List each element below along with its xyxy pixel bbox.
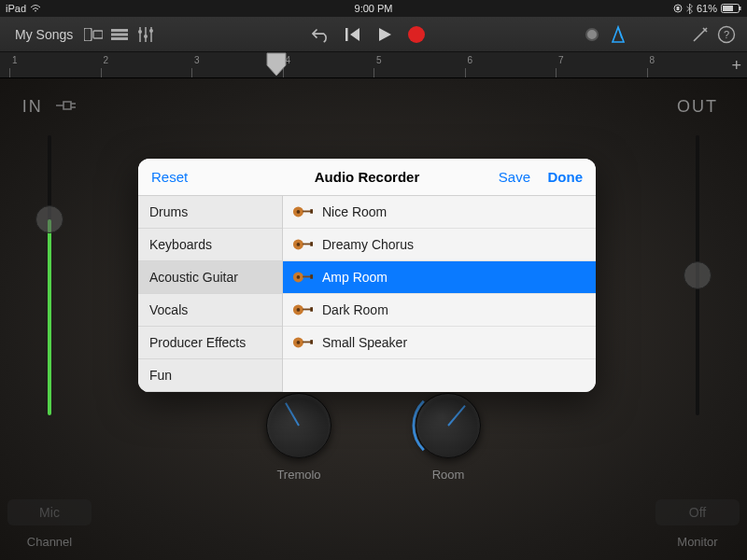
done-button[interactable]: Done xyxy=(548,169,584,185)
in-label: IN xyxy=(22,97,43,116)
category-list: DrumsKeyboardsAcoustic GuitarVocalsProdu… xyxy=(138,196,283,392)
category-item[interactable]: Drums xyxy=(138,196,282,229)
monitor-selector[interactable]: Off Monitor xyxy=(655,499,740,549)
mic-mode[interactable]: Mic xyxy=(7,499,92,525)
bluetooth-icon xyxy=(686,4,693,14)
undo-button[interactable] xyxy=(312,25,331,44)
preset-label: Dreamy Chorus xyxy=(322,237,414,252)
save-button[interactable]: Save xyxy=(499,169,530,185)
playhead[interactable] xyxy=(266,52,287,77)
preset-item[interactable]: Dark Room xyxy=(283,294,596,327)
category-item[interactable]: Acoustic Guitar xyxy=(138,261,282,294)
svg-rect-19 xyxy=(310,209,313,214)
input-plug-icon[interactable] xyxy=(54,99,77,112)
svg-point-29 xyxy=(297,308,301,312)
guitar-icon xyxy=(292,203,313,221)
channel-label: Channel xyxy=(27,535,72,549)
svg-rect-5 xyxy=(84,28,92,41)
battery-pct: 61% xyxy=(697,3,717,14)
master-volume-knob[interactable] xyxy=(579,21,605,48)
knob-label: Room xyxy=(432,468,465,482)
svg-point-17 xyxy=(297,210,301,214)
guitar-icon xyxy=(292,301,313,319)
monitor-label: Monitor xyxy=(677,535,717,549)
guitar-icon xyxy=(292,269,313,287)
transport-controls xyxy=(312,25,426,44)
guitar-icon xyxy=(292,334,313,352)
svg-point-25 xyxy=(297,275,301,279)
app-toolbar: My Songs ? xyxy=(0,17,747,52)
tracks-view-icon[interactable] xyxy=(106,21,133,48)
preset-item[interactable]: Small Speaker xyxy=(283,327,596,359)
preset-label: Amp Room xyxy=(322,270,388,285)
svg-point-21 xyxy=(297,243,301,246)
knob-room[interactable]: Room xyxy=(416,393,481,482)
help-icon[interactable]: ? xyxy=(713,21,740,48)
svg-rect-1 xyxy=(676,7,679,10)
svg-rect-23 xyxy=(310,242,313,246)
category-item[interactable]: Producer Effects xyxy=(138,327,282,359)
slider-thumb[interactable] xyxy=(35,205,63,233)
svg-rect-4 xyxy=(723,6,733,11)
svg-rect-26 xyxy=(303,275,311,277)
preset-item[interactable]: Amp Room xyxy=(283,261,596,294)
category-item[interactable]: Vocals xyxy=(138,294,282,327)
device-label: iPad xyxy=(6,3,26,14)
go-to-start-button[interactable] xyxy=(344,25,362,44)
instrument-view: IN OUT Mic Channel Off Monitor TonePrese… xyxy=(0,78,747,560)
channel-selector[interactable]: Mic Channel xyxy=(7,499,92,549)
preset-item[interactable]: Nice Room xyxy=(283,196,596,229)
metronome-icon[interactable] xyxy=(605,21,631,48)
svg-point-12 xyxy=(149,29,153,33)
svg-rect-3 xyxy=(740,7,741,10)
guitar-icon xyxy=(292,236,313,254)
category-item[interactable]: Fun xyxy=(138,359,282,392)
monitor-mode[interactable]: Off xyxy=(655,499,740,525)
my-songs-button[interactable]: My Songs xyxy=(7,23,80,46)
svg-rect-35 xyxy=(310,340,313,344)
slider-thumb[interactable] xyxy=(684,261,712,289)
timeline-ruler[interactable]: 12345678 + xyxy=(0,52,747,78)
modal-title: Audio Recorder xyxy=(295,169,439,185)
settings-icon[interactable] xyxy=(687,21,713,48)
ruler-tick: 1 xyxy=(9,68,101,77)
ruler-tick: 6 xyxy=(465,68,557,77)
preset-item[interactable]: Dreamy Chorus xyxy=(283,229,596,261)
record-button[interactable] xyxy=(407,25,426,44)
svg-rect-34 xyxy=(303,341,311,343)
status-bar: iPad 9:00 PM 61% xyxy=(0,0,747,17)
svg-text:?: ? xyxy=(724,29,729,40)
preset-label: Nice Room xyxy=(322,204,387,219)
svg-rect-6 xyxy=(93,31,103,38)
svg-point-10 xyxy=(138,30,142,34)
svg-rect-27 xyxy=(310,274,313,279)
svg-rect-31 xyxy=(310,307,313,312)
preset-list: Nice RoomDreamy ChorusAmp RoomDark RoomS… xyxy=(283,196,596,392)
svg-rect-22 xyxy=(303,243,311,245)
modal-header: Reset Audio Recorder Save Done xyxy=(138,159,596,196)
svg-rect-13 xyxy=(345,28,348,41)
battery-icon xyxy=(721,4,741,13)
orientation-lock-icon xyxy=(673,4,683,13)
svg-rect-7 xyxy=(111,29,128,32)
svg-rect-9 xyxy=(111,37,128,40)
preset-browser-modal: Reset Audio Recorder Save Done DrumsKeyb… xyxy=(138,159,596,392)
knob-tremolo[interactable]: Tremolo xyxy=(266,393,331,482)
reset-button[interactable]: Reset xyxy=(151,169,295,185)
input-column: IN xyxy=(7,97,92,415)
ruler-tick: 7 xyxy=(556,68,647,77)
svg-point-33 xyxy=(297,341,301,344)
mixer-icon[interactable] xyxy=(133,21,159,48)
svg-point-11 xyxy=(144,35,148,38)
svg-rect-8 xyxy=(111,33,128,35)
add-track-button[interactable]: + xyxy=(731,56,741,76)
svg-rect-18 xyxy=(303,210,311,212)
input-gain-slider[interactable] xyxy=(48,135,51,415)
browser-view-icon[interactable] xyxy=(80,21,106,48)
ruler-tick: 8 xyxy=(647,68,739,77)
ruler-tick: 2 xyxy=(101,68,192,77)
play-button[interactable] xyxy=(375,25,394,44)
svg-rect-30 xyxy=(303,308,311,310)
category-item[interactable]: Keyboards xyxy=(138,229,282,261)
output-level-slider[interactable] xyxy=(696,135,699,415)
